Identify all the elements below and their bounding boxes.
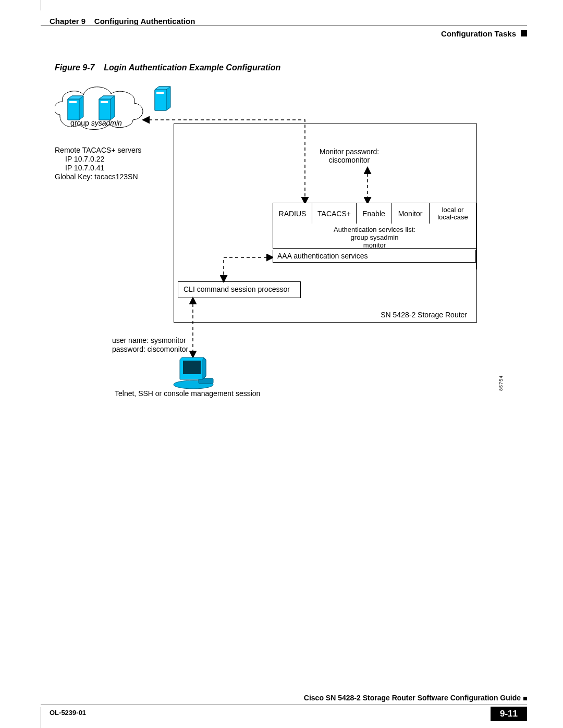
user-pass-block: user name: sysmonitor password: ciscomon… [112,336,188,354]
header-square [521,30,527,36]
aaa-box: AAA authentication services [273,250,476,263]
svg-rect-7 [101,101,108,103]
svg-marker-10 [155,87,170,90]
crop-mark-top-left [41,0,41,10]
workstation-icon [174,357,213,389]
footer-rule [41,705,527,705]
cli-box: CLI command session processor [178,281,301,298]
tacacs-info: Remote TACACS+ servers IP 10.7.0.22 IP 1… [55,146,149,181]
server-icon [155,87,170,110]
header-rule [41,25,527,26]
figure-id: 85754 [498,375,504,391]
chapter-number: Chapter 9 [50,17,85,26]
svg-rect-13 [199,378,213,384]
service-tacacs: TACACS+ [312,203,357,224]
cloud-label: group sysadmin [70,119,122,127]
svg-marker-1 [68,99,79,120]
svg-marker-9 [155,90,166,110]
footer-title: Cisco SN 5428-2 Storage Router Software … [304,694,521,702]
figure-title: Login Authentication Example Configurati… [104,63,280,72]
service-local: local or local-case [430,203,476,224]
service-enable: Enable [357,203,391,224]
svg-marker-5 [99,99,111,120]
figure-caption: Figure 9-7 Login Authentication Example … [55,63,280,72]
page-number: 9-11 [491,707,527,721]
crop-mark-bottom-left [41,707,41,728]
svg-marker-0 [68,96,83,120]
chapter-header: Chapter 9 Configuring Authentication [50,17,195,26]
service-radius: RADIUS [273,203,312,224]
page: Chapter 9 Configuring Authentication Con… [0,0,563,728]
svg-rect-15 [183,361,201,374]
service-monitor: Monitor [391,203,430,224]
svg-marker-4 [99,96,115,120]
diagram: group sysadmin Remote TACACS+ servers IP… [55,78,503,401]
services-right-border [476,203,476,269]
server-icon [68,96,83,120]
auth-services-list: Authentication services list: group sysa… [273,224,476,249]
server-icon [99,96,115,120]
svg-point-12 [174,380,213,389]
figure-number: Figure 9-7 [55,63,94,72]
section-title: Configuration Tasks [441,29,516,38]
svg-marker-2 [68,96,83,99]
svg-rect-3 [69,101,77,103]
chapter-title: Configuring Authentication [94,17,195,26]
svg-marker-6 [99,96,115,99]
footer-partno: OL-5239-01 [50,709,86,717]
svg-marker-16 [203,357,206,379]
telnet-label: Telnet, SSH or console management sessio… [115,389,260,398]
svg-marker-14 [180,357,206,379]
footer-square [523,697,527,700]
router-label: SN 5428-2 Storage Router [381,311,467,319]
svg-marker-8 [155,87,170,110]
services-row: RADIUS TACACS+ Enable Monitor local or l… [273,203,476,225]
svg-rect-11 [156,92,164,94]
monitor-password: Monitor password: ciscomonitor [313,147,386,164]
